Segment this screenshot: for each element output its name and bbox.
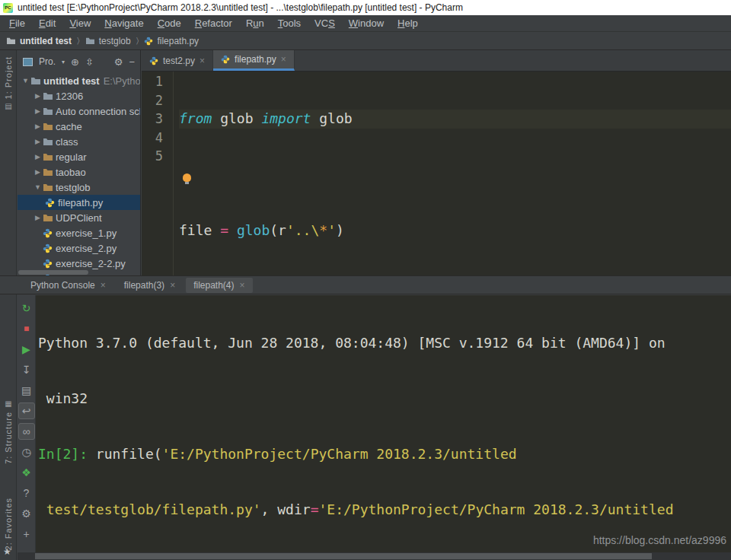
- scrollbar-thumb[interactable]: [35, 553, 652, 559]
- chevron-right-icon[interactable]: [33, 107, 43, 115]
- python-file-icon: [144, 37, 153, 46]
- print-icon[interactable]: ▤: [18, 380, 35, 400]
- titlebar: PC untitled test [E:\PythonProject\PyCha…: [0, 0, 731, 15]
- tree-item-exercise-2[interactable]: exercise_2.py: [18, 240, 140, 256]
- csdn-watermark: https://blog.csdn.net/az9996: [593, 534, 726, 546]
- folder-icon: [43, 213, 56, 222]
- breadcrumb-testglob[interactable]: testglob: [85, 36, 131, 46]
- tree-item-exercise-1[interactable]: exercise_1.py: [18, 225, 140, 240]
- menu-refactor[interactable]: Refactor: [188, 18, 239, 29]
- chevron-down-icon[interactable]: [33, 183, 43, 191]
- code-line-2: [179, 166, 731, 185]
- locate-file-icon[interactable]: ⊕: [71, 57, 79, 67]
- chevron-right-icon[interactable]: [33, 123, 43, 130]
- menu-tools[interactable]: Tools: [271, 18, 308, 29]
- new-console-icon[interactable]: +: [18, 523, 35, 544]
- tool-window-button-favorites[interactable]: 2: Favorites: [0, 498, 17, 550]
- gear-icon[interactable]: ⚙: [114, 57, 123, 67]
- folder-icon: [43, 91, 56, 100]
- tree-item-root[interactable]: untitled test E:\PythonP: [18, 73, 140, 88]
- intention-lightbulb-icon[interactable]: [183, 173, 191, 182]
- close-icon[interactable]: [170, 280, 175, 291]
- menu-navigate[interactable]: Navigate: [97, 18, 150, 29]
- chevron-right-icon[interactable]: [33, 153, 43, 161]
- code-line-1: from glob import glob: [179, 110, 731, 129]
- folder-icon: [43, 137, 56, 146]
- tab-python-console[interactable]: Python Console: [23, 278, 113, 293]
- editor-tab-bar: test2.py filepath.py: [142, 50, 731, 72]
- tree-item-filepath-selected[interactable]: filepath.py: [18, 195, 140, 210]
- rerun-icon[interactable]: ↻: [18, 298, 35, 318]
- menu-window[interactable]: Window: [342, 18, 391, 29]
- tree-item-exercise-2-2[interactable]: exercise_2-2.py: [18, 256, 140, 271]
- code-area[interactable]: from glob import glob file = glob(r'..\*…: [174, 72, 731, 275]
- console-line: Python 3.7.0 (default, Jun 28 2018, 08:0…: [36, 334, 731, 352]
- folder-icon: [43, 152, 56, 161]
- menu-file[interactable]: File: [2, 18, 32, 29]
- tree-item-taobao[interactable]: taobao: [18, 164, 140, 180]
- menu-code[interactable]: Code: [151, 18, 188, 29]
- stop-icon[interactable]: ■: [18, 318, 35, 339]
- horizontal-scrollbar[interactable]: [18, 552, 731, 560]
- python-file-icon: [45, 198, 58, 208]
- console-output[interactable]: Python 3.7.0 (default, Jun 28 2018, 08:0…: [36, 295, 731, 552]
- menu-help[interactable]: Help: [391, 18, 425, 29]
- collapse-all-icon[interactable]: ⇳: [85, 57, 94, 67]
- menu-vcs[interactable]: VCS: [308, 18, 342, 29]
- python-file-icon: [43, 243, 56, 253]
- tree-item-12306[interactable]: 12306: [18, 88, 140, 103]
- chevron-down-icon[interactable]: ▾: [62, 59, 65, 65]
- hide-panel-icon[interactable]: −: [129, 57, 135, 67]
- menu-view[interactable]: View: [62, 18, 97, 29]
- tool-window-button-structure[interactable]: ▦ 7: Structure: [0, 400, 17, 464]
- pycharm-window: PC untitled test [E:\PythonProject\PyCha…: [0, 0, 731, 560]
- run-icon[interactable]: ▶: [18, 339, 35, 359]
- breadcrumb-separator: 〉: [77, 36, 80, 46]
- folder-icon: [6, 37, 16, 45]
- settings-icon[interactable]: ⚙: [18, 503, 35, 523]
- breadcrumb-untitled-test[interactable]: untitled test: [6, 36, 72, 46]
- pycharm-logo-icon: PC: [3, 3, 13, 13]
- chevron-right-icon[interactable]: [33, 92, 43, 100]
- soft-wrap-icon[interactable]: ↩: [18, 402, 35, 419]
- menu-edit[interactable]: Edit: [32, 18, 62, 29]
- close-icon[interactable]: [200, 56, 205, 66]
- tree-horizontal-scrollbar[interactable]: [18, 270, 88, 275]
- console-toolbar: ↻ ■ ▶ ↧ ▤ ↩ ∞ ◷ ❖ ? ⚙ +: [18, 295, 36, 552]
- python-file-icon: [43, 259, 56, 269]
- tab-test2[interactable]: test2.py: [142, 50, 213, 71]
- packages-icon[interactable]: ❖: [18, 462, 35, 482]
- tree-item-testglob[interactable]: testglob: [18, 180, 140, 195]
- tree-item-regular[interactable]: regular: [18, 149, 140, 164]
- menu-run[interactable]: Run: [239, 18, 271, 29]
- help-icon[interactable]: ?: [18, 482, 35, 503]
- breadcrumb-filepath[interactable]: filepath.py: [144, 36, 199, 46]
- history-icon[interactable]: ◷: [18, 441, 35, 462]
- execute-statement-icon[interactable]: ↧: [18, 359, 35, 380]
- tree-item-cache[interactable]: cache: [18, 119, 140, 134]
- chevron-down-icon[interactable]: [21, 77, 30, 84]
- chevron-right-icon[interactable]: [33, 214, 43, 221]
- project-tool-icon: ▤: [5, 103, 11, 110]
- console-line: In[2]: runfile('E:/PythonProject/PyCharm…: [36, 445, 731, 463]
- show-variables-icon[interactable]: ∞: [18, 423, 35, 440]
- project-tree: untitled test E:\PythonP 12306 Auto conn…: [18, 73, 140, 275]
- tree-item-udpclient[interactable]: UDPClient: [18, 210, 140, 225]
- code-editor[interactable]: 1 2 3 4 5 from glob import glob file = g…: [142, 72, 731, 275]
- close-icon[interactable]: [240, 280, 245, 291]
- close-icon[interactable]: [101, 280, 106, 291]
- tree-item-class[interactable]: class: [18, 134, 140, 149]
- tab-filepath-4[interactable]: filepath(4): [186, 278, 252, 293]
- close-icon[interactable]: [281, 54, 286, 65]
- python-console: ↻ ■ ▶ ↧ ▤ ↩ ∞ ◷ ❖ ? ⚙ + Python 3.7.0 (de…: [18, 295, 731, 552]
- chevron-right-icon[interactable]: [33, 138, 43, 145]
- tab-filepath-3[interactable]: filepath(3): [117, 278, 183, 293]
- chevron-right-icon[interactable]: [33, 168, 43, 176]
- tool-window-button-project[interactable]: 1: Project ▤: [0, 56, 17, 110]
- project-panel-header: Pro. ▾ ⊕ ⇳ ⚙ −: [18, 50, 140, 73]
- project-view-selector[interactable]: Pro.: [39, 56, 56, 67]
- favorites-star-icon[interactable]: ★: [3, 546, 11, 557]
- tab-filepath[interactable]: filepath.py: [213, 50, 295, 71]
- tree-item-auto-connection[interactable]: Auto connection sch: [18, 103, 140, 119]
- folder-icon: [43, 107, 56, 116]
